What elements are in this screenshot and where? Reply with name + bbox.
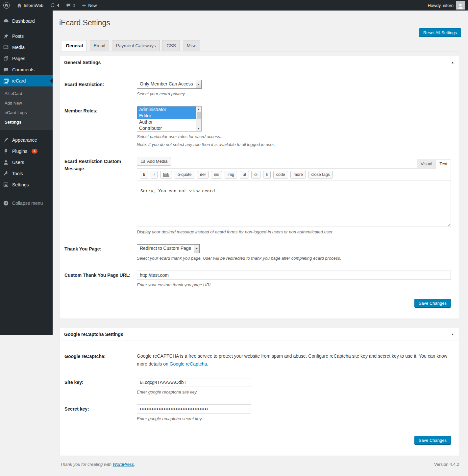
media-icon: [140, 159, 145, 164]
secret-key-input[interactable]: [137, 404, 251, 414]
submenu-item-settings[interactable]: Settings: [0, 117, 53, 127]
submenu-item-ecard-logs[interactable]: eCard Logs: [0, 108, 53, 117]
role-option-administrator[interactable]: Administrator: [137, 107, 196, 113]
media-icon: [3, 44, 9, 51]
sidebar-item-label: Plugins: [12, 149, 27, 154]
howdy-label[interactable]: Howdy, inforn: [428, 3, 454, 8]
collapse-section-icon[interactable]: ▲: [451, 60, 454, 64]
collapse-section-icon[interactable]: ▲: [451, 332, 454, 336]
scroll-up-icon[interactable]: ▲: [196, 107, 201, 111]
thank-you-page-select[interactable]: Redirect to Custom Page ▼: [137, 244, 200, 253]
bold-button[interactable]: b: [140, 171, 148, 178]
scroll-down-icon[interactable]: ▼: [196, 126, 201, 131]
sidebar-item-label: Comments: [12, 67, 35, 72]
footer-thanks: Thank you for creating with WordPress.: [60, 462, 135, 467]
ul-button[interactable]: ul: [240, 171, 249, 178]
scrollbar-thumb[interactable]: [197, 112, 201, 119]
google-recaptcha-link[interactable]: Google reCaptcha: [170, 361, 207, 367]
site-key-input[interactable]: [137, 378, 251, 387]
code-button[interactable]: code: [273, 171, 288, 178]
member-roles-listbox[interactable]: Administrator Editor Author Contributor …: [137, 106, 202, 131]
tab-general[interactable]: General: [62, 40, 87, 51]
sidebar-item-users[interactable]: Users: [0, 157, 53, 168]
secret-key-help: Enter google recaptcha secret key.: [137, 416, 451, 421]
tab-email[interactable]: Email: [90, 40, 109, 51]
user-icon: [3, 159, 9, 166]
comments-count: 0: [73, 3, 75, 8]
tab-css[interactable]: CSS: [162, 40, 180, 51]
updates-menu[interactable]: 4: [47, 0, 62, 11]
pages-icon: [3, 55, 9, 62]
sidebar-collapse-menu[interactable]: Collapse menu: [0, 198, 53, 209]
ins-button[interactable]: ins: [211, 171, 222, 178]
sidebar-item-settings[interactable]: Settings: [0, 179, 53, 190]
close-tags-button[interactable]: close tags: [308, 171, 333, 178]
sidebar-item-label: Settings: [12, 182, 29, 187]
ol-button[interactable]: ol: [251, 171, 260, 178]
thank-you-page-label: Thank You Page:: [64, 244, 137, 261]
member-roles-row: Member Roles: Administrator Editor Autho…: [60, 101, 459, 152]
plugin-icon: [3, 148, 9, 155]
ecard-restriction-label: Ecard Restriction:: [64, 80, 137, 96]
reset-all-settings-button[interactable]: Reset All Settings: [419, 28, 461, 37]
img-button[interactable]: img: [225, 171, 237, 178]
thank-you-page-value: Redirect to Custom Page: [137, 245, 194, 253]
save-changes-button[interactable]: Save Changes: [414, 436, 451, 445]
ecard-restriction-select[interactable]: Only Member Can Access ▼: [137, 80, 202, 89]
add-media-button[interactable]: Add Media: [137, 157, 171, 166]
sidebar-item-plugins[interactable]: Plugins 4: [0, 146, 53, 157]
link-button[interactable]: link: [160, 171, 172, 178]
new-menu[interactable]: New: [78, 0, 100, 11]
wrench-icon: [3, 170, 9, 177]
sidebar-item-media[interactable]: Media: [0, 42, 53, 53]
more-button[interactable]: more: [290, 171, 306, 178]
settings-sliders-icon: [3, 181, 9, 188]
sidebar-item-label: Pages: [12, 56, 25, 61]
wordpress-logo-menu[interactable]: W: [0, 0, 13, 11]
member-roles-label: Member Roles:: [64, 106, 137, 147]
dashboard-icon: [3, 18, 9, 24]
wordpress-link[interactable]: WordPress: [113, 462, 134, 467]
iecard-submenu: All eCard Add New eCard Logs Settings: [0, 86, 53, 130]
save-changes-button[interactable]: Save Changes: [414, 299, 451, 308]
submenu-item-add-new[interactable]: Add New: [0, 98, 53, 108]
comment-bubble-icon: [66, 3, 71, 8]
submenu-item-all-ecard[interactable]: All eCard: [0, 89, 53, 98]
sidebar-item-appearance[interactable]: Appearance: [0, 134, 53, 146]
comments-menu[interactable]: 0: [62, 0, 78, 11]
sidebar-item-comments[interactable]: Comments: [0, 64, 53, 75]
tab-payment-gateways[interactable]: Payment Gateways: [112, 40, 160, 51]
visual-tab[interactable]: Visual: [417, 159, 436, 168]
custom-message-row: Ecard Restriction Custom Message: Add Me…: [60, 152, 459, 239]
sidebar-item-pages[interactable]: Pages: [0, 53, 53, 64]
role-option-editor[interactable]: Editor: [137, 113, 196, 119]
italic-button[interactable]: i: [151, 171, 158, 178]
ecard-restriction-row: Ecard Restriction: Only Member Can Acces…: [60, 75, 459, 101]
role-option-contributor[interactable]: Contributor: [137, 125, 196, 131]
sidebar-item-posts[interactable]: Posts: [0, 31, 53, 42]
sidebar-item-dashboard[interactable]: Dashboard: [0, 15, 53, 27]
ecard-restriction-help: Select your ecard privacy.: [137, 91, 451, 96]
member-roles-help: Select particular user roles for eacrd a…: [137, 134, 451, 139]
del-button[interactable]: del: [197, 171, 209, 178]
text-tab[interactable]: Text: [436, 159, 451, 169]
sidebar-item-iecard[interactable]: ieCard: [0, 75, 53, 86]
sidebar-item-tools[interactable]: Tools: [0, 168, 53, 179]
custom-message-textarea[interactable]: Sorry, You can not view ecard.: [137, 181, 451, 227]
li-button[interactable]: li: [263, 171, 271, 178]
recaptcha-settings-header: Google reCaptcha Settings ▲: [60, 328, 459, 341]
custom-url-row: Custom Thank You Page URL: Enter your cu…: [60, 266, 459, 292]
general-settings-header: General Settings ▲: [60, 56, 459, 69]
admin-footer: Thank you for creating with WordPress. V…: [53, 457, 468, 476]
general-settings-title: General Settings: [64, 60, 101, 65]
site-name-menu[interactable]: InfornWeb: [13, 0, 47, 11]
bquote-button[interactable]: b-quote: [175, 171, 194, 178]
custom-url-input[interactable]: [137, 271, 451, 280]
sidebar-item-label: Dashboard: [12, 18, 35, 24]
avatar[interactable]: [456, 1, 465, 10]
tab-misc[interactable]: Misc: [183, 40, 200, 51]
paintbrush-icon: [3, 137, 9, 143]
sidebar-item-label: Tools: [12, 171, 23, 176]
listbox-scrollbar[interactable]: ▲ ▼: [196, 107, 201, 131]
role-option-author[interactable]: Author: [137, 119, 196, 125]
